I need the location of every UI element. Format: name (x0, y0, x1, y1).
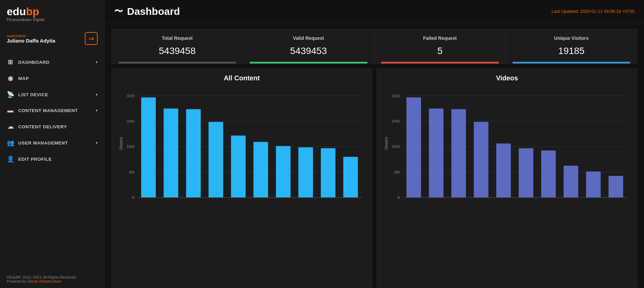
edit-profile-icon: 👤 (7, 155, 14, 163)
chart-card-0: All Content080160240320Viewers (112, 69, 372, 288)
bar-0-2 (186, 109, 201, 198)
sidebar-item-content-delivery[interactable]: ☁CONTENT DELIVERY (0, 119, 104, 135)
stat-value-3: 19185 (513, 46, 630, 56)
copyright-text: ©EduBP, 2022–2023. All Rights Reserved (7, 275, 98, 279)
bar-0-3 (208, 122, 223, 198)
sidebar-item-user-management[interactable]: 👥USER MANAGEMENT▾ (0, 135, 104, 151)
sidebar-item-edit-profile[interactable]: 👤EDIT PROFILE (0, 151, 104, 167)
svg-text:320: 320 (126, 94, 134, 98)
content-delivery-label: CONTENT DELIVERY (18, 124, 67, 129)
logo-bp: bp (26, 5, 39, 18)
stat-label-0: Total Request (119, 35, 236, 41)
bar-0-7 (298, 147, 313, 198)
stat-bar-2 (381, 62, 499, 63)
bar-1-8 (586, 172, 601, 198)
chart-title-1: Videos (382, 74, 631, 82)
bar-0-1 (164, 108, 178, 198)
content-delivery-icon: ☁ (7, 123, 14, 130)
bar-0-9 (343, 157, 358, 198)
svg-text:160: 160 (126, 145, 134, 149)
last-updated: Last Updated: 2024-01-11 09:06:18 +0700 (552, 9, 635, 14)
user-name: Juliano Daffa Adytia (7, 38, 81, 44)
chart-svg-1: 080160240320Viewers (382, 86, 631, 208)
list-device-arrow-icon: ▾ (96, 93, 98, 97)
sidebar-item-list-device[interactable]: 📡LIST DEVICE▾ (0, 86, 104, 103)
logo-edu: edu (7, 5, 26, 18)
sidebar-item-content-management[interactable]: ▬CONTENT MANAGEMENT▾ (0, 103, 104, 119)
sidebar-item-map[interactable]: ◉MAP (0, 70, 104, 86)
bar-1-5 (519, 148, 533, 198)
user-details: superadmin Juliano Daffa Adytia (7, 34, 81, 44)
charts-row: All Content080160240320ViewersVideos0801… (112, 69, 637, 288)
footer-link[interactable]: Sinnar Infrastructure (27, 279, 61, 283)
chart-card-1: Videos080160240320Viewers (377, 69, 637, 288)
bar-1-9 (609, 176, 623, 198)
sidebar-footer: ©EduBP, 2022–2023. All Rights Reserved P… (0, 270, 104, 288)
bar-1-2 (451, 109, 466, 198)
stat-card-1: Valid Request5439453 (243, 29, 374, 64)
bar-1-3 (474, 122, 488, 198)
stat-bar-0 (119, 62, 236, 63)
dashboard-icon: ⊞ (7, 58, 14, 66)
user-role: superadmin (7, 34, 81, 38)
bar-0-5 (253, 142, 268, 198)
bar-0-0 (141, 98, 156, 198)
svg-text:80: 80 (129, 170, 134, 174)
svg-text:Viewers: Viewers (118, 137, 124, 150)
stats-row: Total Request5439458Valid Request5439453… (112, 29, 637, 64)
content-management-icon: ▬ (7, 107, 14, 114)
bar-1-6 (541, 151, 556, 198)
logo-subtitle: Perpustakaan Digital (7, 18, 98, 22)
list-device-icon: 📡 (7, 91, 14, 98)
stat-card-2: Failed Request5 (374, 29, 506, 64)
user-management-label: USER MANAGEMENT (18, 140, 68, 146)
list-device-label: LIST DEVICE (18, 92, 48, 97)
sidebar-item-dashboard[interactable]: ⊞DASHBOARD▾ (0, 54, 104, 70)
main-content: 〜 Dashboard Last Updated: 2024-01-11 09:… (105, 0, 644, 288)
bar-0-8 (321, 148, 336, 198)
bar-0-6 (276, 146, 291, 198)
stat-card-3: Unique Visitors19185 (506, 29, 637, 64)
svg-text:240: 240 (126, 119, 134, 124)
svg-text:0: 0 (397, 195, 400, 200)
bar-1-7 (564, 166, 578, 198)
content-management-arrow-icon: ▾ (96, 108, 98, 113)
svg-text:Viewers: Viewers (383, 137, 389, 150)
stat-label-3: Unique Visitors (513, 35, 630, 41)
last-updated-value: 2024-01-11 09:06:18 +0700 (580, 9, 635, 14)
edit-profile-label: EDIT PROFILE (18, 157, 52, 162)
svg-text:80: 80 (394, 170, 400, 174)
chart-title-0: All Content (117, 74, 366, 82)
svg-text:240: 240 (392, 119, 400, 124)
logout-button[interactable]: ⇒ (85, 32, 98, 45)
map-icon: ◉ (7, 75, 14, 82)
sidebar: edubp Perpustakaan Digital superadmin Ju… (0, 0, 105, 288)
user-info-section: superadmin Juliano Daffa Adytia ⇒ (0, 27, 104, 51)
stat-bar-3 (513, 62, 630, 63)
chart-svg-0: 080160240320Viewers (117, 86, 366, 208)
stat-card-0: Total Request5439458 (112, 29, 243, 64)
logo: edubp (7, 6, 98, 17)
dashboard-label: DASHBOARD (18, 60, 49, 65)
page-title-text: Dashboard (127, 6, 180, 17)
content-management-label: CONTENT MANAGEMENT (18, 108, 78, 113)
stat-label-2: Failed Request (381, 35, 499, 41)
bar-1-4 (496, 143, 511, 198)
svg-text:0: 0 (132, 195, 134, 200)
user-management-arrow-icon: ▾ (96, 141, 98, 145)
svg-text:160: 160 (392, 145, 400, 149)
stat-value-1: 5439453 (250, 46, 367, 56)
dashboard-icon: 〜 (114, 5, 123, 17)
svg-text:320: 320 (392, 94, 400, 98)
bar-0-4 (231, 135, 246, 198)
stat-label-1: Valid Request (250, 35, 367, 41)
dashboard-arrow-icon: ▾ (96, 60, 98, 64)
bar-1-0 (406, 98, 421, 198)
main-nav: ⊞DASHBOARD▾◉MAP📡LIST DEVICE▾▬CONTENT MAN… (0, 51, 104, 270)
main-header: 〜 Dashboard Last Updated: 2024-01-11 09:… (105, 0, 644, 23)
stat-bar-1 (250, 62, 367, 63)
logo-area: edubp Perpustakaan Digital (0, 0, 104, 27)
stat-value-2: 5 (381, 46, 499, 56)
map-label: MAP (18, 76, 29, 81)
bar-1-1 (429, 108, 443, 198)
